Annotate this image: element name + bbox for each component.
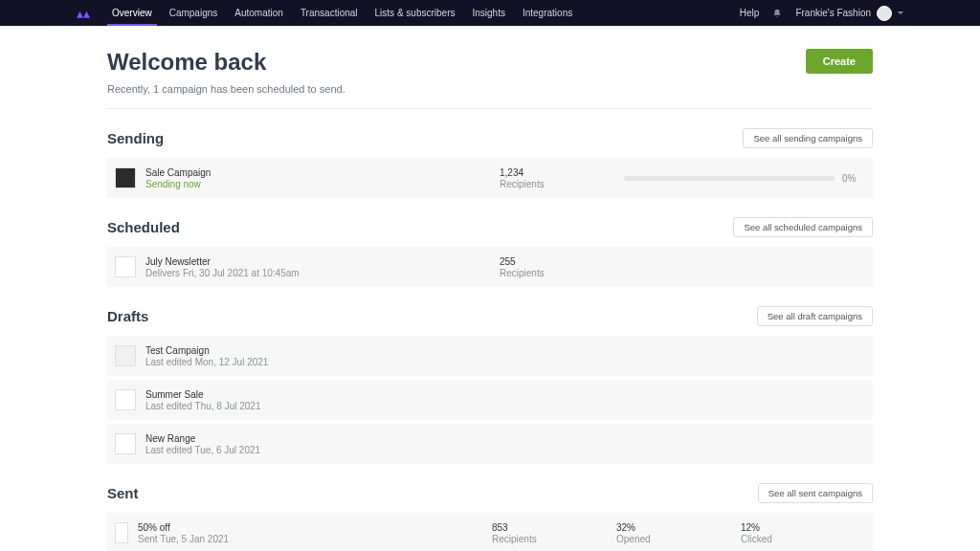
campaign-row[interactable]: 50% off Sent Tue, 5 Jan 2021 853 Recipie… bbox=[107, 513, 873, 551]
nav: Overview Campaigns Automation Transactio… bbox=[103, 0, 581, 26]
account-menu[interactable]: Frankie's Fashion bbox=[795, 6, 903, 21]
campaign-row[interactable]: Summer Sale Last edited Thu, 8 Jul 2021 bbox=[107, 380, 873, 420]
divider bbox=[107, 108, 873, 109]
see-all-scheduled[interactable]: See all scheduled campaigns bbox=[733, 217, 873, 237]
nav-insights[interactable]: Insights bbox=[463, 0, 513, 26]
recipients-value: 853 bbox=[492, 522, 616, 533]
logo-icon bbox=[77, 9, 90, 18]
campaign-name: 50% off bbox=[138, 522, 492, 533]
campaign-name: Test Campaign bbox=[145, 345, 500, 356]
stat-label: Clicked bbox=[741, 534, 865, 544]
campaign-name: Sale Campaign bbox=[145, 167, 500, 178]
campaign-row[interactable]: Sale Campaign Sending now 1,234 Recipien… bbox=[107, 158, 873, 198]
drafts-section: Drafts See all draft campaigns Test Camp… bbox=[107, 306, 873, 464]
nav-overview[interactable]: Overview bbox=[103, 0, 161, 26]
chevron-down-icon bbox=[898, 11, 903, 14]
clicked-value: 12% bbox=[741, 522, 865, 533]
stat-label: Recipients bbox=[492, 534, 616, 544]
campaign-thumbnail bbox=[115, 256, 136, 277]
campaign-row[interactable]: Test Campaign Last edited Mon, 12 Jul 20… bbox=[107, 336, 873, 376]
campaign-thumbnail bbox=[115, 389, 136, 410]
see-all-drafts[interactable]: See all draft campaigns bbox=[757, 306, 873, 326]
sent-section: Sent See all sent campaigns 50% off Sent… bbox=[107, 483, 873, 551]
account-name: Frankie's Fashion bbox=[795, 8, 871, 18]
sending-section: Sending See all sending campaigns Sale C… bbox=[107, 128, 873, 198]
opened-value: 32% bbox=[616, 522, 741, 533]
recipients-label: Recipients bbox=[500, 179, 624, 189]
campaign-meta: Last edited Mon, 12 Jul 2021 bbox=[145, 357, 500, 367]
notifications-icon[interactable] bbox=[772, 9, 782, 18]
campaign-name: July Newsletter bbox=[145, 256, 500, 267]
recipients-value: 1,234 bbox=[500, 167, 624, 178]
campaign-meta: Last edited Tue, 6 Jul 2021 bbox=[145, 445, 500, 455]
recipients-value: 255 bbox=[500, 256, 624, 267]
campaign-meta: Last edited Thu, 8 Jul 2021 bbox=[145, 401, 500, 411]
see-all-sending[interactable]: See all sending campaigns bbox=[743, 128, 873, 148]
scheduled-title: Scheduled bbox=[107, 219, 180, 235]
page-title: Welcome back bbox=[107, 49, 345, 76]
campaign-status: Sending now bbox=[145, 179, 500, 189]
nav-transactional[interactable]: Transactional bbox=[292, 0, 367, 26]
see-all-sent[interactable]: See all sent campaigns bbox=[758, 483, 873, 503]
campaign-row[interactable]: July Newsletter Delivers Fri, 30 Jul 202… bbox=[107, 247, 873, 287]
campaign-thumbnail bbox=[115, 522, 128, 543]
campaign-thumbnail bbox=[115, 167, 136, 188]
campaign-meta: Delivers Fri, 30 Jul 2021 at 10:45am bbox=[145, 268, 500, 278]
help-link[interactable]: Help bbox=[740, 8, 760, 18]
page-subtitle: Recently, 1 campaign has been scheduled … bbox=[107, 83, 345, 95]
sending-title: Sending bbox=[107, 130, 164, 146]
campaign-name: Summer Sale bbox=[145, 389, 500, 400]
drafts-title: Drafts bbox=[107, 308, 148, 324]
campaign-thumbnail bbox=[115, 433, 136, 454]
campaign-thumbnail bbox=[115, 345, 136, 366]
nav-lists[interactable]: Lists & subscribers bbox=[367, 0, 464, 26]
campaign-meta: Sent Tue, 5 Jan 2021 bbox=[138, 534, 492, 544]
recipients-label: Recipients bbox=[500, 268, 624, 278]
campaign-row[interactable]: New Range Last edited Tue, 6 Jul 2021 bbox=[107, 424, 873, 464]
campaign-name: New Range bbox=[145, 433, 500, 444]
progress-bar bbox=[624, 176, 835, 181]
create-button[interactable]: Create bbox=[806, 49, 873, 74]
avatar bbox=[877, 6, 892, 21]
scheduled-section: Scheduled See all scheduled campaigns Ju… bbox=[107, 217, 873, 287]
nav-automation[interactable]: Automation bbox=[226, 0, 292, 26]
progress-percent: 0% bbox=[842, 173, 865, 184]
nav-integrations[interactable]: Integrations bbox=[514, 0, 581, 26]
sent-title: Sent bbox=[107, 485, 139, 501]
topbar: Overview Campaigns Automation Transactio… bbox=[0, 0, 980, 26]
nav-campaigns[interactable]: Campaigns bbox=[161, 0, 227, 26]
stat-label: Opened bbox=[616, 534, 741, 544]
